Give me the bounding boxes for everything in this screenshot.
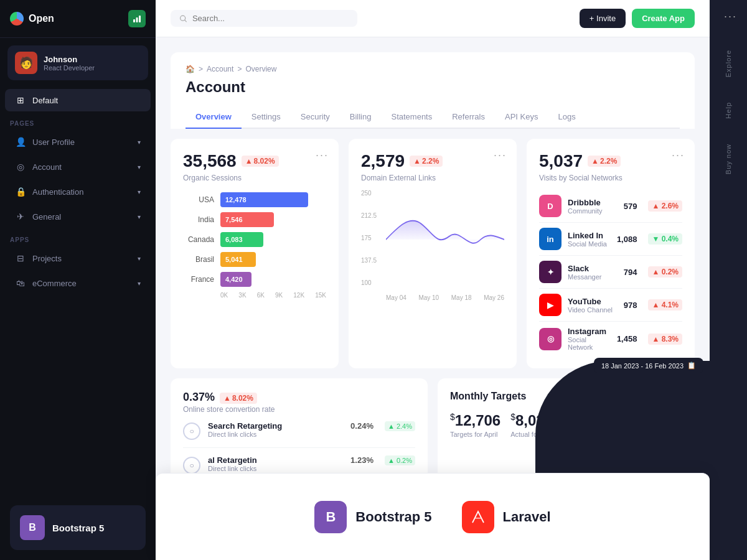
bar-fill: 5,041 [220,252,256,267]
date-badge: 18 Jan 2023 - 16 Feb 2023 📋 [594,358,703,373]
bar-row: USA 12,478 [183,192,326,207]
tab-security[interactable]: Security [291,106,340,129]
sidebar-header: Open [0,0,156,38]
social-value: 1,088 [617,235,637,244]
laravel-fw-icon [462,501,494,533]
breadcrumb-overview: Overview [245,65,276,73]
social-name: Linked In [568,231,611,240]
breadcrumb-account[interactable]: Account [207,65,233,73]
retargeting-pct: 0.24% [350,421,374,431]
social-platform-icon: in [539,228,561,250]
social-type: Messanger [568,273,618,281]
bar-row: Canada 6,083 [183,232,326,247]
create-app-button[interactable]: Create App [632,9,695,28]
breadcrumb-sep2: > [237,65,242,73]
app-logo: Open [10,12,54,26]
monthly-values: $12,706 Targets for April $8,035 Actual … [450,412,682,438]
tab-referrals[interactable]: Referrals [442,106,495,129]
metric-label-2: Domain External Links [361,174,504,182]
nav-item-account[interactable]: ◎ Account ▾ [5,156,151,178]
social-change: ▲ 0.2% [648,266,682,278]
search-input[interactable] [192,14,349,23]
logo-icon [10,12,24,26]
panel-label-buynow[interactable]: Buy now [725,144,732,174]
nav-item-ecommerce[interactable]: 🛍 eCommerce ▾ [5,272,151,294]
svg-rect-2 [139,16,141,22]
svg-rect-1 [136,17,138,22]
nav-label-user-profile: User Profile [32,138,75,147]
retargeting-icon: ○ [183,457,200,474]
social-info: Slack Messanger [568,264,618,281]
organic-sessions-card: ··· 35,568 ▲ 8.02% Organic Sessions USA … [171,139,339,368]
bootstrap-item: B Bootstrap 5 [314,501,431,533]
svg-rect-0 [133,19,135,22]
nav-item-projects[interactable]: ⊟ Projects ▾ [5,247,151,269]
bar-axis: 0K3K6K9K12K15K [183,292,326,299]
social-platform-icon: ✦ [539,261,561,283]
nav-item-user-profile[interactable]: 👤 User Profile ▾ [5,131,151,153]
user-card[interactable]: 🧑 Johnson React Developer [7,45,148,80]
nav-item-authentication[interactable]: 🔒 Authentication ▾ [5,180,151,203]
app-name: Open [29,13,54,24]
chevron-icon: ▾ [138,164,141,170]
social-platform-icon: ◎ [539,328,561,350]
breadcrumb-sep: > [199,65,203,73]
social-item: ◎ Instagram Social Network 1,458 ▲ 8.3% [539,322,682,356]
tab-settings[interactable]: Settings [242,106,291,129]
search-bar[interactable] [171,10,357,27]
metric-label-3: Visits by Social Networks [539,174,682,182]
default-icon: ⊞ [15,95,26,106]
social-type: Social Media [568,240,611,248]
user-info: Johnson React Developer [44,55,95,72]
chevron-icon: ▾ [138,280,141,287]
apps-section-label: APPS [0,229,156,246]
tab-api-keys[interactable]: API Keys [495,106,548,129]
social-item: ✦ Slack Messanger 794 ▲ 0.2% [539,256,682,289]
metric-cards: ··· 35,568 ▲ 8.02% Organic Sessions USA … [171,139,695,368]
bootstrap-label: Bootstrap 5 [52,523,104,533]
avatar: 🧑 [15,52,37,74]
monthly-actual: $8,035 Actual for April [510,412,555,438]
social-item: ▶ YouTube Video Channel 978 ▲ 4.1% [539,289,682,322]
tab-logs[interactable]: Logs [548,106,585,129]
tab-billing[interactable]: Billing [340,106,382,129]
domain-links-card: ··· 2,579 ▲ 2.2% Domain External Links 2… [349,139,517,368]
monthly-title: Monthly Targets [450,391,682,402]
card-more-1[interactable]: ··· [316,149,329,162]
nav-item-general[interactable]: ✈ General ▾ [5,205,151,228]
account-icon: ◎ [15,161,26,172]
ecommerce-icon: 🛍 [15,278,26,289]
chart-icon [133,14,141,23]
card-more-3[interactable]: ··· [672,149,685,162]
social-name: Dribbble [568,198,618,207]
line-chart-xaxis: May 04 May 10 May 18 May 26 [386,294,504,301]
social-value: 579 [624,202,637,211]
card-more-2[interactable]: ··· [494,149,507,162]
metric-badge-1: ▲ 8.02% [242,156,279,167]
user-role: React Developer [44,64,95,72]
topbar-actions: + Invite Create App [580,9,695,28]
social-platform-icon: D [539,195,561,217]
laravel-item: Laravel [462,501,551,533]
nav-item-default[interactable]: ⊞ Default [5,89,151,111]
retargeting-icon: ○ [183,422,200,440]
panel-label-explore[interactable]: Explore [725,50,732,77]
social-change: ▼ 0.4% [648,233,682,245]
bar-track: 5,041 [220,252,326,267]
social-change: ▲ 4.1% [648,299,682,310]
calendar-icon: 📋 [687,362,696,370]
panel-label-help[interactable]: Help [725,102,732,119]
metric-label-1: Organic Sessions [183,174,326,182]
tab-statements[interactable]: Statements [381,106,442,129]
bootstrap-fw-label: Bootstrap 5 [355,509,431,525]
bar-track: 6,083 [220,232,326,247]
invite-button[interactable]: + Invite [580,9,626,28]
tab-overview[interactable]: Overview [186,106,242,129]
bar-fill: 6,083 [220,232,263,247]
retargeting-name: Search Retargeting [208,421,343,431]
right-panel: Explore Help Buy now [710,0,747,560]
nav-label-projects: Projects [32,254,62,263]
sidebar-icon-button[interactable] [128,10,146,27]
retargeting-desc: Direct link clicks [208,431,343,438]
social-list: D Dribbble Community 579 ▲ 2.6% in Linke… [539,190,682,356]
